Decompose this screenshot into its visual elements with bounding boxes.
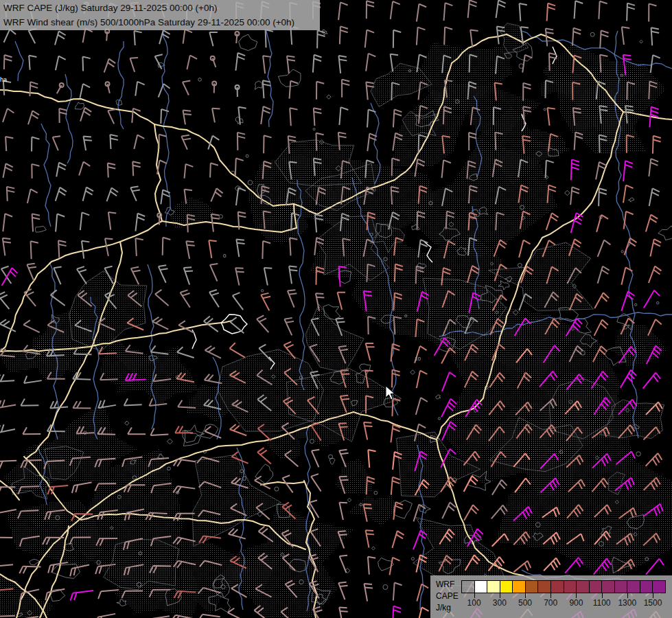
legend-cell: [564, 581, 577, 593]
legend-cell: [590, 581, 603, 593]
legend-cell: [462, 581, 475, 593]
cape-legend: WRF CAPE J/kg 10030050070090011001300150…: [430, 575, 672, 618]
contour-value-label: 10: [415, 356, 421, 362]
legend-tick-mark: [602, 593, 603, 598]
legend-cell: [653, 581, 665, 593]
mouse-cursor: [385, 385, 399, 402]
legend-title-units: J/kg: [436, 602, 459, 614]
legend-cell: [526, 581, 539, 593]
legend-cell: [538, 581, 551, 593]
map-edge-label: ha: [0, 77, 7, 83]
legend-cell: [513, 581, 526, 593]
legend-cell: [615, 581, 628, 593]
legend-cell: [627, 581, 640, 593]
legend-tick-mark: [653, 593, 653, 598]
legend-tick-label: 1500: [638, 598, 668, 608]
legend-tick-mark: [627, 593, 628, 598]
legend-tick-mark: [474, 593, 475, 598]
legend-tick-mark: [551, 593, 551, 598]
title-line-cape: WRF CAPE (J/kg) Saturday 29-11-2025 00:0…: [3, 1, 320, 15]
map-canvas: [0, 0, 672, 618]
legend-cell: [500, 581, 513, 593]
legend-color-bar: [461, 580, 666, 593]
legend-cell: [475, 581, 488, 593]
legend-cell: [640, 581, 653, 593]
legend-title-model: WRF: [436, 579, 459, 591]
legend-cell: [487, 581, 500, 593]
legend-title: WRF CAPE J/kg: [436, 579, 459, 614]
legend-cell: [551, 581, 564, 593]
title-line-shear: WRF Wind shear (m/s) 500/1000hPa Saturda…: [3, 15, 320, 30]
legend-cell: [577, 581, 590, 593]
legend-tick-mark: [500, 593, 500, 598]
contour-value-label: 0: [223, 253, 226, 259]
cursor-arrow: [386, 386, 395, 400]
legend-tick-mark: [576, 593, 577, 598]
weather-map-screen: ha 010 WRF CAPE (J/kg) Saturday 29-11-20…: [0, 0, 672, 618]
legend-cell: [602, 581, 615, 593]
title-overlay: WRF CAPE (J/kg) Saturday 29-11-2025 00:0…: [0, 0, 320, 30]
legend-title-field: CAPE: [436, 591, 459, 602]
legend-tick-mark: [525, 593, 526, 598]
